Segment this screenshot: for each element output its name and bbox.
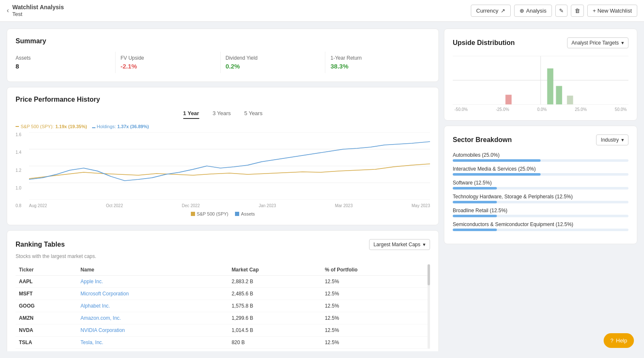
dividend-value: 0.2%: [226, 63, 320, 70]
market-cap-cell: 2,485.6 B: [232, 291, 253, 297]
sector-label: Interactive Media & Services (25.0%): [453, 166, 628, 172]
legend-spy-item: S&P 500 (SPY): [191, 211, 229, 216]
sector-label: Automobiles (25.0%): [453, 152, 628, 158]
y-axis-labels: 1.6 1.4 1.2 1.0 0.8: [16, 132, 27, 208]
new-watchlist-button[interactable]: + New Watchlist: [587, 5, 637, 17]
nav-left: ‹ Watchlist Analysis Test: [7, 3, 64, 18]
sector-bar-bg: [453, 159, 628, 162]
sector-header: Sector Breakdown Industry ▾: [453, 134, 628, 145]
top-nav: ‹ Watchlist Analysis Test Currency ↗ ⊕ A…: [0, 0, 644, 22]
edit-icon: ✎: [559, 8, 564, 14]
currency-button[interactable]: Currency ↗: [471, 5, 511, 17]
bottom-legend: S&P 500 (SPY) Assets: [16, 211, 430, 216]
assets-value: 8: [16, 63, 110, 70]
market-cap-cell: 820 B: [232, 340, 245, 345]
return-value: 38.3%: [330, 63, 425, 70]
sector-item: Software (12.5%): [453, 180, 628, 190]
help-label: Help: [616, 337, 627, 344]
ranking-dropdown[interactable]: Largest Market Caps ▾: [369, 239, 430, 250]
sector-item: Broadline Retail (12.5%): [453, 208, 628, 217]
name-cell[interactable]: Alphabet Inc.: [81, 303, 110, 309]
currency-label: Currency: [476, 8, 499, 14]
industry-dropdown[interactable]: Industry ▾: [596, 134, 628, 145]
sector-bar: [453, 159, 541, 162]
industry-label: Industry: [601, 137, 619, 143]
sector-bar-bg: [453, 173, 628, 176]
spy-color-swatch: [191, 212, 195, 216]
perf-legend: S&P 500 (SPY): 1.19x (19.35%) Holdings: …: [16, 124, 430, 129]
pct-cell: 12.5%: [325, 327, 339, 333]
summary-card: Summary Assets 8 FV Upside -2.1% Dividen…: [7, 29, 439, 82]
help-button[interactable]: ? Help: [604, 333, 634, 348]
name-cell[interactable]: Amazon.com, Inc.: [81, 315, 121, 321]
table-row: AAPL Apple Inc. 2,883.2 B 12.5%: [16, 276, 430, 288]
y-label-3: 1.2: [16, 168, 27, 173]
name-cell[interactable]: NVIDIA Corporation: [81, 327, 125, 333]
name-cell[interactable]: Apple Inc.: [81, 279, 103, 284]
col-pct: % of Portfolio: [322, 264, 430, 276]
summary-dividend: Dividend Yield 0.2%: [221, 52, 326, 73]
name-cell[interactable]: Tesla, Inc.: [81, 340, 103, 345]
ranking-table-scroll[interactable]: Ticker Name Market Cap % of Portfolio AA…: [16, 264, 430, 349]
sector-bar: [453, 229, 497, 231]
chart-svg-area: [29, 132, 430, 200]
sector-label: Broadline Retail (12.5%): [453, 208, 628, 213]
sector-breakdown-card: Sector Breakdown Industry ▾ Automobiles …: [444, 126, 637, 244]
spy-legend-icon: [16, 126, 19, 127]
sector-item: Automobiles (25.0%): [453, 152, 628, 162]
chevron-down-icon: ▾: [423, 242, 425, 247]
perf-tabs: 1 Year 3 Years 5 Years: [16, 110, 430, 119]
table-wrapper: Ticker Name Market Cap % of Portfolio AA…: [16, 264, 430, 349]
edit-button[interactable]: ✎: [555, 5, 567, 17]
ranking-header: Ranking Tables Largest Market Caps ▾: [16, 239, 430, 250]
pct-cell: 12.5%: [325, 279, 339, 284]
table-row: MSFT Microsoft Corporation 2,485.6 B 12.…: [16, 288, 430, 300]
x-label-neg25: -25.0%: [496, 107, 509, 112]
help-circle-icon: ?: [610, 337, 613, 344]
y-label-5: 0.8: [16, 203, 27, 208]
sector-bar: [453, 173, 541, 176]
analyst-targets-dropdown[interactable]: Analyst Price Targets ▾: [567, 37, 629, 48]
back-button[interactable]: ‹: [7, 7, 9, 14]
upside-header: Upside Distribution Analyst Price Target…: [453, 37, 628, 48]
x-label-4: Jan 2023: [259, 203, 276, 208]
sectors-list: Automobiles (25.0%) Interactive Media & …: [453, 152, 628, 231]
x-label-6: May 2023: [412, 203, 430, 208]
ticker-cell: GOOG: [19, 303, 34, 309]
tab-5years[interactable]: 5 Years: [244, 110, 262, 119]
sector-bar-bg: [453, 215, 628, 217]
tab-3years[interactable]: 3 Years: [213, 110, 231, 119]
ticker-cell: MSFT: [19, 291, 33, 297]
pct-cell: 12.5%: [325, 291, 339, 297]
sector-label: Technology Hardware, Storage & Periphera…: [453, 194, 628, 200]
holdings-legend-icon: [92, 127, 95, 128]
summary-fv-upside: FV Upside -2.1%: [116, 52, 221, 73]
legend-assets-text: Assets: [241, 211, 255, 216]
main-content: Summary Assets 8 FV Upside -2.1% Dividen…: [0, 22, 644, 358]
tab-1year[interactable]: 1 Year: [183, 110, 199, 119]
ticker-cell: TSLA: [19, 340, 32, 345]
bar-pos15: [556, 86, 562, 105]
y-label-4: 1.0: [16, 186, 27, 190]
name-cell[interactable]: Microsoft Corporation: [81, 291, 129, 297]
legend-spy-text: S&P 500 (SPY): [197, 211, 229, 216]
dividend-label: Dividend Yield: [226, 55, 320, 61]
upside-title: Upside Distribution: [453, 39, 515, 47]
chevron-down-icon-2: ▾: [621, 40, 624, 46]
upside-distribution-card: Upside Distribution Analyst Price Target…: [444, 29, 637, 121]
table-row: AMZN Amazon.com, Inc. 1,299.6 B 12.5%: [16, 312, 430, 324]
ticker-cell: AAPL: [19, 279, 33, 284]
spy-legend: S&P 500 (SPY): 1.19x (19.35%): [16, 124, 87, 129]
summary-return: 1-Year Return 38.3%: [325, 52, 430, 73]
scrollbar-track: [428, 264, 430, 349]
table-row: GOOG Alphabet Inc. 1,575.8 B 12.5%: [16, 300, 430, 312]
bar-neg25: [505, 95, 512, 104]
ranking-table: Ticker Name Market Cap % of Portfolio AA…: [16, 264, 430, 349]
sector-item: Interactive Media & Services (25.0%): [453, 166, 628, 176]
x-label-1: Aug 2022: [29, 203, 47, 208]
y-label-1: 1.6: [16, 132, 27, 137]
delete-button[interactable]: 🗑: [571, 5, 584, 17]
x-label-0: 0.0%: [537, 107, 547, 112]
table-row: TSLA Tesla, Inc. 820 B 12.5%: [16, 337, 430, 349]
analysis-button[interactable]: ⊕ Analysis: [514, 5, 552, 17]
